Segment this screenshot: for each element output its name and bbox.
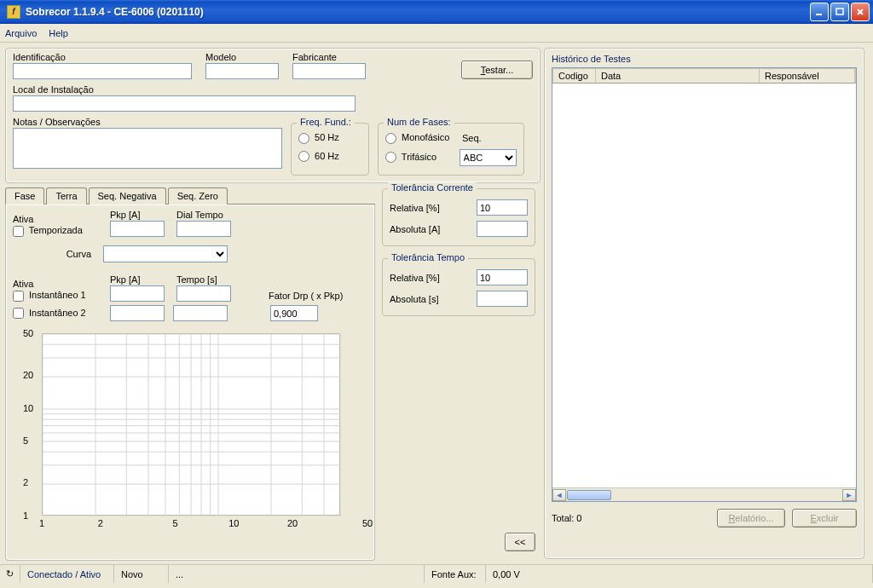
scroll-left-icon[interactable]: ◄ xyxy=(552,489,566,501)
maximize-button[interactable] xyxy=(830,3,849,21)
ativa1-label: Ativa xyxy=(13,214,101,224)
y-tick: 1 xyxy=(23,510,28,521)
tab-terra[interactable]: Terra xyxy=(46,187,86,205)
dial-label: Dial Tempo xyxy=(176,210,234,220)
toltempo-abs-input[interactable] xyxy=(477,291,528,307)
col-codigo[interactable]: Codigo xyxy=(553,69,596,83)
modelo-input[interactable] xyxy=(205,63,279,79)
toltempo-rel-input[interactable] xyxy=(477,269,528,285)
status-fonteaux-value: 0,00 V xyxy=(486,565,873,583)
y-tick: 50 xyxy=(23,328,33,338)
excluir-button[interactable]: Excluir xyxy=(792,509,857,527)
refresh-icon[interactable]: ↻ xyxy=(0,565,20,583)
local-label: Local de Instalação xyxy=(13,84,533,95)
status-fonteaux-label: Fonte Aux: xyxy=(425,565,486,583)
fatordrp-label: Fator Drp ( x Pkp) xyxy=(269,291,362,301)
menu-arquivo[interactable]: Arquivo xyxy=(5,28,37,38)
tolcor-rel-input[interactable] xyxy=(477,199,528,216)
tri-radio[interactable]: Trifásico xyxy=(385,152,436,162)
x-tick: 1 xyxy=(39,518,44,528)
curva-label: Curva xyxy=(13,249,96,259)
history-panel: Histórico de Testes Codigo Data Responsá… xyxy=(544,48,864,559)
curva-select[interactable] xyxy=(103,245,228,262)
pkp-inst2-input[interactable] xyxy=(110,305,165,321)
tempo-inst2-input[interactable] xyxy=(173,305,228,321)
col-responsavel[interactable]: Responsável xyxy=(760,69,855,83)
dial-input[interactable] xyxy=(176,221,231,237)
menu-bar: Arquivo Help xyxy=(0,24,873,43)
tolcor-rel-label: Relativa [%] xyxy=(390,203,440,213)
fases-group: Num de Fases: Monofásico Seq. Trifásico … xyxy=(378,123,524,176)
tempo-inst1-input[interactable] xyxy=(176,285,231,302)
identification-panel: Identificação Modelo Fabricante Testar..… xyxy=(5,48,541,183)
status-dots: ... xyxy=(169,565,425,583)
tolcor-abs-input[interactable] xyxy=(477,221,528,237)
pkp-inst1-input[interactable] xyxy=(110,285,165,302)
ativa2-label: Ativa xyxy=(13,279,101,289)
svg-rect-1 xyxy=(836,9,843,14)
toltempo-rel-label: Relativa [%] xyxy=(390,273,440,283)
x-tick: 5 xyxy=(173,518,178,528)
y-tick: 2 xyxy=(23,477,28,487)
history-total: Total: 0 xyxy=(552,513,717,523)
status-bar: ↻ Conectado / Ativo Novo ... Fonte Aux: … xyxy=(0,564,873,583)
fatordrp-input[interactable] xyxy=(270,305,318,321)
history-title: Histórico de Testes xyxy=(552,54,857,64)
seq-label: Seq. xyxy=(462,133,482,143)
identificacao-label: Identificação xyxy=(13,52,192,62)
seq-select[interactable]: ABC xyxy=(460,149,517,166)
app-icon: f xyxy=(7,5,20,19)
x-tick: 20 xyxy=(287,518,298,528)
status-novo: Novo xyxy=(114,565,169,583)
x-tick: 2 xyxy=(98,518,103,528)
h-scrollbar[interactable]: ◄ ► xyxy=(552,487,856,501)
local-input[interactable] xyxy=(13,95,356,112)
history-list[interactable]: Codigo Data Responsável ◄ ► xyxy=(552,67,857,502)
status-conectado: Conectado / Ativo xyxy=(20,565,114,583)
freq-60-radio[interactable]: 60 Hz xyxy=(298,151,339,161)
inst1-check[interactable]: Instantâneo 1 xyxy=(13,290,86,300)
menu-help[interactable]: Help xyxy=(49,28,68,38)
pkp-label: Pkp [A] xyxy=(110,210,168,220)
tab-body: Ativa Temporizada Pkp [A] Dial Tempo xyxy=(5,205,375,561)
scroll-right-icon[interactable]: ► xyxy=(842,489,856,501)
fabricante-label: Fabricante xyxy=(292,52,366,62)
tab-seq-negativa[interactable]: Seq. Negativa xyxy=(89,187,166,205)
x-tick: 50 xyxy=(362,518,373,528)
y-tick: 20 xyxy=(23,370,33,380)
title-bar: f Sobrecor 1.1.9.4 - CE-6006 (0201110) xyxy=(0,0,873,24)
chart xyxy=(42,333,340,516)
tolcor-abs-label: Absoluta [A] xyxy=(390,224,440,234)
mono-radio[interactable]: Monofásico xyxy=(385,132,449,142)
phase-tabs: Fase Terra Seq. Negativa Seq. Zero xyxy=(5,187,375,205)
x-tick: 10 xyxy=(228,518,239,528)
pkp-temporizada-input[interactable] xyxy=(110,221,165,237)
window-title: Sobrecor 1.1.9.4 - CE-6006 (0201110) xyxy=(26,6,810,18)
testar-button[interactable]: Testar... xyxy=(461,61,533,79)
tol-corrente-group: Tolerância Corrente Relativa [%] Absolut… xyxy=(382,188,535,246)
identificacao-input[interactable] xyxy=(13,63,192,79)
scroll-thumb[interactable] xyxy=(567,490,611,500)
close-button[interactable] xyxy=(851,3,870,21)
tab-fase[interactable]: Fase xyxy=(5,187,44,205)
temporizada-check[interactable]: Temporizada xyxy=(13,225,83,235)
inst2-check[interactable]: Instantâneo 2 xyxy=(13,308,86,318)
history-header: Codigo Data Responsável xyxy=(552,68,856,84)
pkp2-label: Pkp [A] xyxy=(110,274,168,285)
col-data[interactable]: Data xyxy=(596,69,760,83)
modelo-label: Modelo xyxy=(205,52,279,62)
y-tick: 10 xyxy=(23,403,33,413)
freq-50-radio[interactable]: 50 Hz xyxy=(298,132,339,142)
y-tick: 5 xyxy=(23,435,28,446)
notas-label: Notas / Observações xyxy=(13,117,282,127)
toltempo-abs-label: Absoluta [s] xyxy=(390,294,438,304)
svg-rect-0 xyxy=(816,14,822,15)
relatorio-button[interactable]: Relatório... xyxy=(717,509,785,527)
notas-textarea[interactable] xyxy=(13,128,282,169)
collapse-button[interactable]: << xyxy=(505,533,535,551)
minimize-button[interactable] xyxy=(810,3,829,21)
fabricante-input[interactable] xyxy=(292,63,366,79)
freq-group: Freq. Fund.: 50 Hz 60 Hz xyxy=(291,123,369,176)
tab-seq-zero[interactable]: Seq. Zero xyxy=(168,187,228,205)
tol-tempo-group: Tolerância Tempo Relativa [%] Absoluta [… xyxy=(382,258,535,316)
